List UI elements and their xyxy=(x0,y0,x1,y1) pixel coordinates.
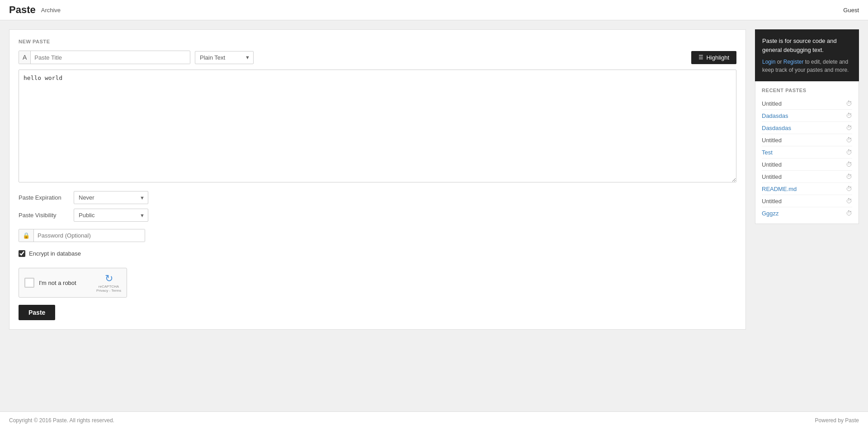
encrypt-row: Encrypt in database xyxy=(19,250,199,257)
visibility-label: Paste Visibility xyxy=(19,212,68,219)
highlight-button[interactable]: ☰ Highlight xyxy=(691,51,736,64)
recaptcha-brand-label: reCAPTCHA xyxy=(99,284,119,289)
clock-icon[interactable]: ⏱ xyxy=(846,173,852,180)
recent-pastes-list: Untitled⏱Dadasdas⏱Dasdasdas⏱Untitled⏱Tes… xyxy=(762,98,852,219)
footer-copyright: Copyright © 2016 Paste. All rights reser… xyxy=(9,417,114,424)
archive-link[interactable]: Archive xyxy=(41,7,61,14)
site-title: Paste xyxy=(9,4,36,16)
clock-icon[interactable]: ⏱ xyxy=(846,136,852,144)
expiration-row: Paste Expiration Never 10 Minutes 1 Hour… xyxy=(19,191,199,204)
recent-paste-name[interactable]: Untitled xyxy=(762,161,782,168)
login-link[interactable]: Login xyxy=(762,59,775,65)
recaptcha-icon: ↻ xyxy=(105,273,113,284)
recent-paste-name[interactable]: Test xyxy=(762,149,773,156)
syntax-select[interactable]: Plain Text C C++ Python JavaScript HTML … xyxy=(195,51,254,64)
recent-paste-name[interactable]: Dadasdas xyxy=(762,112,788,119)
new-paste-label: NEW PASTE xyxy=(19,39,736,44)
highlight-button-label: Highlight xyxy=(706,54,729,61)
recent-pastes-label: RECENT PASTES xyxy=(762,88,852,93)
expiration-select-wrapper: Never 10 Minutes 1 Hour 1 Day 1 Week 2 W… xyxy=(74,191,148,204)
visibility-row: Paste Visibility Public Unlisted Private… xyxy=(19,209,199,222)
lock-icon: 🔒 xyxy=(19,229,34,242)
recaptcha-box: I'm not a robot ↻ reCAPTCHA Privacy - Te… xyxy=(19,268,127,298)
clock-icon[interactable]: ⏱ xyxy=(846,197,852,205)
paste-form: NEW PASTE A Plain Text C C++ Python Java… xyxy=(9,29,746,330)
recent-paste-name[interactable]: README.md xyxy=(762,186,797,192)
recent-paste-name[interactable]: Gggzz xyxy=(762,210,779,217)
sidebar: Paste is for source code and general deb… xyxy=(755,29,859,224)
recaptcha-logo: ↻ reCAPTCHA Privacy - Terms xyxy=(96,273,121,293)
recent-paste-name[interactable]: Untitled xyxy=(762,137,782,144)
encrypt-checkbox[interactable] xyxy=(19,250,25,257)
form-top-row: A Plain Text C C++ Python JavaScript HTM… xyxy=(19,51,736,64)
password-input[interactable] xyxy=(34,229,145,242)
recent-paste-item: Dasdasdas⏱ xyxy=(762,122,852,134)
recaptcha-left: I'm not a robot xyxy=(24,278,76,288)
recent-paste-item: Untitled⏱ xyxy=(762,171,852,183)
header-left: Paste Archive xyxy=(9,4,61,16)
recaptcha-checkbox[interactable] xyxy=(24,278,34,288)
promo-main-text: Paste is for source code and general deb… xyxy=(762,37,852,54)
recent-paste-item: README.md⏱ xyxy=(762,183,852,195)
footer-powered-by: Powered by Paste xyxy=(815,417,859,424)
title-font-icon: A xyxy=(19,51,31,64)
clock-icon[interactable]: ⏱ xyxy=(846,124,852,131)
recent-paste-item: Untitled⏱ xyxy=(762,195,852,207)
syntax-select-wrapper: Plain Text C C++ Python JavaScript HTML … xyxy=(195,51,254,64)
clock-icon[interactable]: ⏱ xyxy=(846,161,852,168)
recent-paste-name[interactable]: Untitled xyxy=(762,198,782,205)
clock-icon[interactable]: ⏱ xyxy=(846,210,852,217)
clock-icon[interactable]: ⏱ xyxy=(846,100,852,107)
recent-paste-name[interactable]: Untitled xyxy=(762,173,782,180)
expiration-select[interactable]: Never 10 Minutes 1 Hour 1 Day 1 Week 2 W… xyxy=(74,191,148,204)
clock-icon[interactable]: ⏱ xyxy=(846,185,852,192)
expiration-label: Paste Expiration xyxy=(19,194,68,201)
footer: Copyright © 2016 Paste. All rights reser… xyxy=(0,411,868,429)
recent-paste-item: Dadasdas⏱ xyxy=(762,110,852,122)
recent-paste-name[interactable]: Dasdasdas xyxy=(762,125,791,131)
options-section: Paste Expiration Never 10 Minutes 1 Hour… xyxy=(19,191,199,298)
recent-paste-item: Untitled⏱ xyxy=(762,98,852,110)
header: Paste Archive Guest xyxy=(0,0,868,20)
recent-paste-name[interactable]: Untitled xyxy=(762,100,782,107)
main-content: NEW PASTE A Plain Text C C++ Python Java… xyxy=(0,20,868,411)
clock-icon[interactable]: ⏱ xyxy=(846,112,852,119)
encrypt-label[interactable]: Encrypt in database xyxy=(29,250,81,257)
promo-or: or xyxy=(775,59,783,65)
highlight-icon: ☰ xyxy=(698,54,703,61)
recent-pastes-panel: RECENT PASTES Untitled⏱Dadasdas⏱Dasdasda… xyxy=(755,81,859,224)
visibility-select-wrapper: Public Unlisted Private ▼ xyxy=(74,209,148,222)
recaptcha-links-label: Privacy - Terms xyxy=(96,289,121,293)
paste-title-input[interactable] xyxy=(31,51,190,64)
recaptcha-text: I'm not a robot xyxy=(39,280,76,286)
visibility-select[interactable]: Public Unlisted Private xyxy=(74,209,148,222)
recent-paste-item: Untitled⏱ xyxy=(762,134,852,146)
password-wrapper: 🔒 xyxy=(19,229,145,242)
recent-paste-item: Untitled⏱ xyxy=(762,159,852,171)
promo-sub-text: Login or Register to edit, delete and ke… xyxy=(762,58,852,74)
register-link[interactable]: Register xyxy=(783,59,804,65)
promo-box: Paste is for source code and general deb… xyxy=(755,29,859,81)
title-input-wrapper: A xyxy=(19,51,190,64)
recent-paste-item: Gggzz⏱ xyxy=(762,207,852,219)
recent-paste-item: Test⏱ xyxy=(762,146,852,159)
guest-label: Guest xyxy=(843,7,859,14)
clock-icon[interactable]: ⏱ xyxy=(846,149,852,156)
paste-submit-button[interactable]: Paste xyxy=(19,305,55,320)
paste-textarea[interactable]: hello world xyxy=(19,70,736,182)
